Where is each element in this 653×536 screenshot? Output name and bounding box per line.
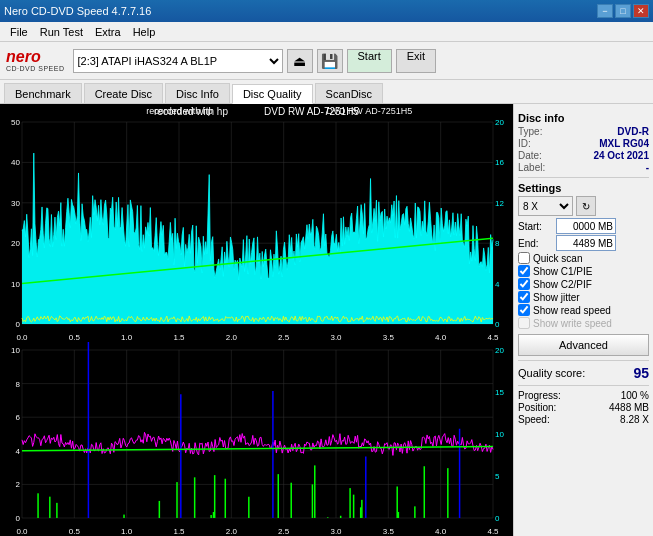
end-label: End: [518,238,553,249]
show-read-speed-checkbox[interactable] [518,304,530,316]
disc-label-value: - [646,162,649,173]
start-label: Start: [518,221,553,232]
speed-row: 8 X Maximum 4 X 2 X 1 X ↻ [518,196,649,216]
end-row: End: [518,235,649,251]
menu-file[interactable]: File [4,24,34,40]
disc-id-row: ID: MXL RG04 [518,138,649,149]
position-value: 4488 MB [609,402,649,413]
disc-type-label: Type: [518,126,542,137]
progress-row: Progress: 100 % [518,390,649,401]
end-input[interactable] [556,235,616,251]
menu-help[interactable]: Help [127,24,162,40]
quick-scan-checkbox[interactable] [518,252,530,264]
quality-score: 95 [633,365,649,381]
close-button[interactable]: ✕ [633,4,649,18]
app-logo: nero CD·DVD SPEED [6,49,65,72]
show-c2pif-checkbox[interactable] [518,278,530,290]
show-c2pif-row: Show C2/PIF [518,278,649,290]
start-button[interactable]: Start [347,49,392,73]
progress-value: 100 % [621,390,649,401]
speed-row-progress: Speed: 8.28 X [518,414,649,425]
show-write-speed-checkbox[interactable] [518,317,530,329]
charts-area: recorded with hp DVD RW AD-7251H5 [0,104,513,536]
minimize-button[interactable]: − [597,4,613,18]
show-jitter-checkbox[interactable] [518,291,530,303]
disc-type-row: Type: DVD-R [518,126,649,137]
refresh-button[interactable]: ↻ [576,196,596,216]
main-content: recorded with hp DVD RW AD-7251H5 Disc i… [0,104,653,536]
show-c2pif-label: Show C2/PIF [533,279,592,290]
quick-scan-row: Quick scan [518,252,649,264]
show-c1pie-label: Show C1/PIE [533,266,592,277]
show-c1pie-checkbox[interactable] [518,265,530,277]
quick-scan-label: Quick scan [533,253,582,264]
disc-date-row: Date: 24 Oct 2021 [518,150,649,161]
disc-date-label: Date: [518,150,542,161]
show-write-speed-label: Show write speed [533,318,612,329]
show-jitter-label: Show jitter [533,292,580,303]
start-input[interactable] [556,218,616,234]
titlebar: Nero CD-DVD Speed 4.7.7.16 − □ ✕ [0,0,653,22]
show-write-speed-row: Show write speed [518,317,649,329]
menu-run-test[interactable]: Run Test [34,24,89,40]
titlebar-controls[interactable]: − □ ✕ [597,4,649,18]
logo-nero: nero [6,49,41,65]
tab-disc-quality[interactable]: Disc Quality [232,84,313,104]
show-read-speed-label: Show read speed [533,305,611,316]
right-panel: Disc info Type: DVD-R ID: MXL RG04 Date:… [513,104,653,536]
position-label: Position: [518,402,556,413]
tab-benchmark[interactable]: Benchmark [4,83,82,103]
titlebar-title: Nero CD-DVD Speed 4.7.7.16 [4,5,151,17]
position-row: Position: 4488 MB [518,402,649,413]
quality-row: Quality score: 95 [518,365,649,381]
toolbar: nero CD·DVD SPEED [2:3] ATAPI iHAS324 A … [0,42,653,80]
tab-disc-info[interactable]: Disc Info [165,83,230,103]
save-button[interactable]: 💾 [317,49,343,73]
show-jitter-row: Show jitter [518,291,649,303]
app-title: Nero CD-DVD Speed 4.7.7.16 [4,5,151,17]
tabs: Benchmark Create Disc Disc Info Disc Qua… [0,80,653,104]
speed-select[interactable]: 8 X Maximum 4 X 2 X 1 X [518,196,573,216]
separator-1 [518,177,649,178]
progress-label: Progress: [518,390,561,401]
tab-scandisc[interactable]: ScanDisc [315,83,383,103]
drive-select[interactable]: [2:3] ATAPI iHAS324 A BL1P [73,49,283,73]
chart-title: recorded with hp DVD RW AD-7251H5 [154,106,359,117]
tab-create-disc[interactable]: Create Disc [84,83,163,103]
advanced-button[interactable]: Advanced [518,334,649,356]
logo-subtitle: CD·DVD SPEED [6,65,65,72]
disc-type-value: DVD-R [617,126,649,137]
chart-top: recorded with hp DVD RW AD-7251H5 [0,104,513,342]
menubar: File Run Test Extra Help [0,22,653,42]
disc-label-label: Label: [518,162,545,173]
disc-date-value: 24 Oct 2021 [593,150,649,161]
menu-extra[interactable]: Extra [89,24,127,40]
disc-info-title: Disc info [518,112,649,124]
separator-3 [518,385,649,386]
show-c1pie-row: Show C1/PIE [518,265,649,277]
speed-value: 8.28 X [620,414,649,425]
separator-2 [518,360,649,361]
disc-label-row: Label: - [518,162,649,173]
disc-id-value: MXL RG04 [599,138,649,149]
disc-id-label: ID: [518,138,531,149]
speed-label: Speed: [518,414,550,425]
exit-button[interactable]: Exit [396,49,436,73]
quality-label: Quality score: [518,367,585,379]
show-read-speed-row: Show read speed [518,304,649,316]
maximize-button[interactable]: □ [615,4,631,18]
start-row: Start: [518,218,649,234]
settings-title: Settings [518,182,649,194]
chart-bottom [0,342,513,536]
eject-button[interactable]: ⏏ [287,49,313,73]
